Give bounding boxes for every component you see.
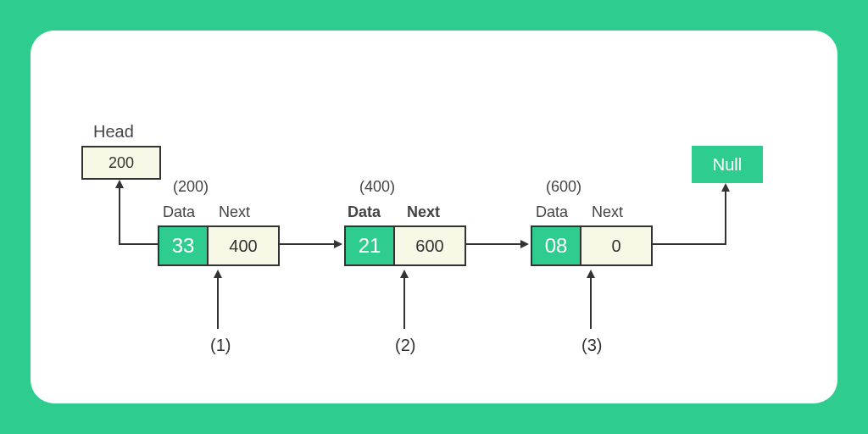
node1-next-header: Next [219,203,250,221]
head-value: 200 [108,154,134,171]
node1-next: 400 [209,227,278,264]
null-label: Null [713,155,742,174]
node1-address: (200) [173,178,209,196]
node1-data: 33 [159,227,209,264]
node3-next-header: Next [592,203,623,221]
node2: 21 600 [344,225,466,266]
svg-marker-2 [334,240,342,248]
node3-address: (600) [546,178,581,196]
node1: 33 400 [158,225,280,266]
diagram-card: Head 200 (200) Data Next 33 400 (400) Da… [31,31,837,403]
node2-index: (2) [395,336,415,355]
head-box: 200 [81,146,161,180]
node2-data: 21 [346,227,395,264]
node1-data-header: Data [163,203,195,221]
node3-data: 08 [532,227,581,264]
node2-next-header: Next [407,203,440,221]
svg-marker-0 [115,180,124,188]
node2-data-header: Data [348,203,381,221]
null-box: Null [692,146,763,183]
svg-marker-11 [587,270,595,278]
node3: 08 0 [531,225,653,266]
node1-index: (1) [210,336,231,355]
svg-marker-9 [400,270,409,278]
svg-marker-5 [721,183,730,192]
svg-marker-4 [520,240,529,248]
node3-next: 0 [581,227,651,264]
head-label: Head [93,122,134,142]
node2-address: (400) [359,178,395,196]
node2-next: 600 [395,227,465,264]
node3-data-header: Data [536,203,568,221]
svg-marker-7 [214,270,222,278]
node3-index: (3) [581,336,602,355]
